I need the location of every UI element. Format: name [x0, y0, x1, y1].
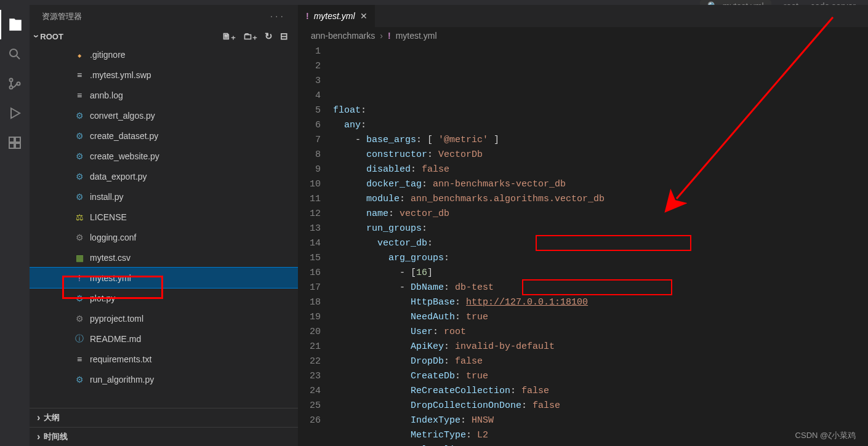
- svg-rect-7: [15, 137, 20, 142]
- root-label: ROOT: [40, 32, 63, 41]
- file-list: ⬥.gitignore≡.mytest.yml.swp≡annb.log⚙con…: [30, 44, 298, 408]
- file-label: logging.conf: [90, 233, 137, 242]
- close-icon[interactable]: ✕: [360, 11, 368, 21]
- file-item-.gitignore[interactable]: ⬥.gitignore: [30, 44, 298, 65]
- svg-rect-6: [9, 137, 14, 142]
- svg-line-1: [17, 56, 20, 59]
- file-item-logging.conf[interactable]: ⚙logging.conf: [30, 227, 298, 247]
- gear-icon: ⚙: [74, 314, 85, 324]
- yaml-icon: !: [306, 11, 309, 21]
- file-icon: ≡: [74, 70, 85, 80]
- python-icon: ⚙: [74, 151, 85, 161]
- file-item-data_export.py[interactable]: ⚙data_export.py: [30, 166, 298, 186]
- file-item-pyproject.toml[interactable]: ⚙pyproject.toml: [30, 308, 298, 329]
- svg-point-2: [10, 79, 13, 82]
- file-label: LICENSE: [90, 212, 127, 222]
- tabs-bar: ! mytest.yml ✕: [299, 5, 868, 27]
- gitignore-icon: ⬥: [74, 50, 85, 60]
- line-gutter: 1234567891011121314151617181920212223242…: [299, 44, 333, 446]
- outline-panel[interactable]: 大纲: [30, 408, 298, 427]
- file-icon: ≡: [74, 354, 85, 364]
- new-folder-icon[interactable]: 🗀₊: [243, 31, 257, 42]
- file-label: install.py: [90, 192, 123, 202]
- csv-icon: ▦: [74, 253, 85, 263]
- yaml-icon: !: [388, 31, 391, 41]
- bc-folder: ann-benchmarks: [311, 31, 375, 41]
- yaml-icon: !: [74, 273, 85, 283]
- file-label: pyproject.toml: [90, 314, 143, 324]
- svg-point-3: [10, 86, 13, 89]
- explorer-header: 资源管理器 ···: [30, 5, 298, 28]
- file-item-annb.log[interactable]: ≡annb.log: [30, 85, 298, 105]
- file-item-.mytest.yml.swp[interactable]: ≡.mytest.yml.swp: [30, 65, 298, 85]
- tab-filename: mytest.yml: [314, 11, 355, 21]
- tab-mytest[interactable]: ! mytest.yml ✕: [299, 5, 376, 27]
- file-item-plot.py[interactable]: ⚙plot.py: [30, 288, 298, 308]
- file-item-create_dataset.py[interactable]: ⚙create_dataset.py: [30, 125, 298, 146]
- explorer-more-icon[interactable]: ···: [270, 11, 286, 22]
- breadcrumbs[interactable]: ann-benchmarks › ! mytest.yml: [299, 27, 868, 44]
- chevron-down-icon: [34, 31, 38, 42]
- code-editor[interactable]: 1234567891011121314151617181920212223242…: [299, 44, 868, 446]
- python-icon: ⚙: [74, 293, 85, 303]
- activity-bar: [0, 5, 30, 446]
- license-icon: ⚖: [74, 212, 85, 222]
- timeline-panel[interactable]: 时间线: [30, 427, 298, 446]
- file-label: mytest.csv: [90, 253, 131, 263]
- source-control-icon[interactable]: [0, 69, 30, 98]
- file-icon: ≡: [74, 90, 85, 100]
- new-file-icon[interactable]: 🗎₊: [222, 31, 236, 42]
- file-item-LICENSE[interactable]: ⚖LICENSE: [30, 207, 298, 227]
- bc-file: mytest.yml: [396, 31, 437, 41]
- python-icon: ⚙: [74, 375, 85, 384]
- extensions-icon[interactable]: [0, 128, 30, 157]
- chevron-right-icon: ›: [380, 31, 383, 41]
- explorer-icon[interactable]: [0, 10, 30, 39]
- file-label: run_algorithm.py: [90, 375, 154, 384]
- file-label: create_dataset.py: [90, 131, 158, 141]
- file-item-requirements.txt[interactable]: ≡requirements.txt: [30, 349, 298, 369]
- debug-icon[interactable]: [0, 98, 30, 128]
- svg-rect-8: [9, 143, 14, 148]
- watermark: CSDN @ζ小菜鸡: [795, 430, 856, 441]
- file-label: README.md: [90, 334, 141, 344]
- svg-rect-9: [15, 143, 20, 148]
- timeline-label: 时间线: [44, 431, 68, 442]
- file-item-convert_algos.py[interactable]: ⚙convert_algos.py: [30, 105, 298, 125]
- file-item-create_website.py[interactable]: ⚙create_website.py: [30, 146, 298, 166]
- code-lines: float: any: - base_args: [ '@metric' ] c…: [333, 44, 868, 446]
- collapse-icon[interactable]: ⊟: [280, 31, 288, 42]
- info-icon: ⓘ: [74, 333, 85, 344]
- file-label: annb.log: [90, 90, 123, 100]
- svg-point-0: [10, 49, 17, 57]
- search-activity-icon[interactable]: [0, 39, 30, 69]
- file-item-run_algorithm.py[interactable]: ⚙run_algorithm.py: [30, 369, 298, 389]
- root-section[interactable]: ROOT 🗎₊ 🗀₊ ↻ ⊟: [30, 28, 298, 44]
- python-icon: ⚙: [74, 131, 85, 141]
- file-item-mytest.csv[interactable]: ▦mytest.csv: [30, 247, 298, 268]
- explorer-sidebar: 资源管理器 ··· ROOT 🗎₊ 🗀₊ ↻ ⊟ ⬥.gitignore≡.my…: [30, 5, 299, 446]
- svg-marker-5: [11, 108, 20, 118]
- chevron-right-icon: [37, 431, 40, 442]
- refresh-icon[interactable]: ↻: [265, 31, 273, 42]
- svg-point-4: [17, 82, 20, 86]
- gear-icon: ⚙: [74, 233, 85, 242]
- file-label: create_website.py: [90, 151, 159, 161]
- python-icon: ⚙: [74, 172, 85, 181]
- file-label: convert_algos.py: [90, 111, 155, 121]
- file-item-mytest.yml[interactable]: !mytest.yml: [30, 268, 298, 288]
- file-label: data_export.py: [90, 172, 147, 181]
- file-item-install.py[interactable]: ⚙install.py: [30, 186, 298, 207]
- file-label: requirements.txt: [90, 354, 151, 364]
- outline-label: 大纲: [44, 412, 60, 423]
- file-label: .gitignore: [90, 50, 126, 60]
- python-icon: ⚙: [74, 111, 85, 121]
- file-item-README.md[interactable]: ⓘREADME.md: [30, 329, 298, 349]
- file-label: .mytest.yml.swp: [90, 70, 151, 80]
- explorer-title: 资源管理器: [42, 11, 82, 22]
- chevron-right-icon: [37, 412, 40, 423]
- file-label: mytest.yml: [90, 273, 131, 283]
- file-label: plot.py: [90, 293, 115, 303]
- editor-area: ! mytest.yml ✕ ann-benchmarks › ! mytest…: [299, 5, 868, 446]
- python-icon: ⚙: [74, 192, 85, 202]
